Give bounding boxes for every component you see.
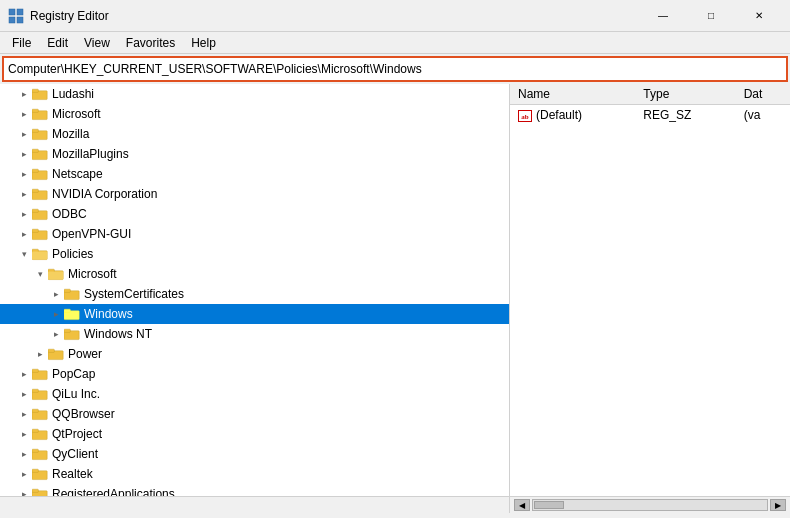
tree-item-label: QtProject	[52, 427, 102, 441]
tree-item-windows[interactable]: ▸ Windows	[0, 304, 509, 324]
h-scrollbar[interactable]	[532, 499, 768, 511]
tree-item-policies[interactable]: ▾ Policies	[0, 244, 509, 264]
tree-item-policies-microsoft[interactable]: ▾ Microsoft	[0, 264, 509, 284]
window-controls: — □ ✕	[640, 1, 782, 31]
tree-item-label: Policies	[52, 247, 93, 261]
expand-btn[interactable]: ▸	[16, 186, 32, 202]
h-scrollbar-thumb[interactable]	[534, 501, 564, 509]
expand-btn[interactable]: ▸	[32, 346, 48, 362]
expand-btn[interactable]: ▾	[32, 266, 48, 282]
svg-rect-45	[32, 469, 38, 472]
tree-item-mozilla[interactable]: ▸ Mozilla	[0, 124, 509, 144]
value-table: Name Type Dat ab(Default) REG_SZ (va	[510, 84, 790, 125]
svg-rect-3	[17, 17, 23, 23]
svg-rect-2	[9, 17, 15, 23]
expand-btn[interactable]: ▸	[16, 486, 32, 496]
menu-favorites[interactable]: Favorites	[118, 34, 183, 52]
expand-btn[interactable]: ▸	[16, 226, 32, 242]
menu-edit[interactable]: Edit	[39, 34, 76, 52]
tree-item-odbc[interactable]: ▸ ODBC	[0, 204, 509, 224]
value-name: ab(Default)	[510, 105, 635, 126]
expand-btn[interactable]: ▸	[48, 286, 64, 302]
value-type: REG_SZ	[635, 105, 735, 126]
expand-btn[interactable]: ▸	[16, 106, 32, 122]
table-row[interactable]: ab(Default) REG_SZ (va	[510, 105, 790, 126]
expand-btn[interactable]: ▸	[16, 466, 32, 482]
expand-btn[interactable]: ▸	[16, 126, 32, 142]
address-input[interactable]	[8, 62, 782, 76]
svg-rect-47	[32, 489, 38, 492]
value-data: (va	[736, 105, 790, 126]
tree-item-qyclient[interactable]: ▸ QyClient	[0, 444, 509, 464]
tree-item-ludashi[interactable]: ▸ Ludashi	[0, 84, 509, 104]
tree-item-label: Ludashi	[52, 87, 94, 101]
tree-item-qqbrowser[interactable]: ▸ QQBrowser	[0, 404, 509, 424]
expand-btn[interactable]: ▸	[16, 426, 32, 442]
svg-rect-5	[32, 89, 38, 92]
menu-view[interactable]: View	[76, 34, 118, 52]
tree-item-label: OpenVPN-GUI	[52, 227, 131, 241]
close-button[interactable]: ✕	[736, 1, 782, 31]
col-type: Type	[635, 84, 735, 105]
tree-item-label: QQBrowser	[52, 407, 115, 421]
expand-btn[interactable]: ▸	[16, 446, 32, 462]
tree-item-qilu[interactable]: ▸ QiLu Inc.	[0, 384, 509, 404]
minimize-button[interactable]: —	[640, 1, 686, 31]
tree-item-label: MozillaPlugins	[52, 147, 129, 161]
svg-rect-19	[32, 229, 38, 232]
tree-item-realtek[interactable]: ▸ Realtek	[0, 464, 509, 484]
svg-rect-0	[9, 9, 15, 15]
menu-bar: File Edit View Favorites Help	[0, 32, 790, 54]
expand-btn[interactable]: ▸	[16, 86, 32, 102]
expand-btn[interactable]: ▸	[16, 166, 32, 182]
reg-type-icon: ab	[518, 110, 532, 122]
tree-item-mozillaplugins[interactable]: ▸ MozillaPlugins	[0, 144, 509, 164]
tree-panel[interactable]: ▸ Ludashi▸ Microsoft▸ Mozilla▸ MozillaPl…	[0, 84, 510, 496]
expand-btn[interactable]: ▸	[16, 386, 32, 402]
tree-item-netscape[interactable]: ▸ Netscape	[0, 164, 509, 184]
app-icon	[8, 8, 24, 24]
value-panel[interactable]: Name Type Dat ab(Default) REG_SZ (va	[510, 84, 790, 496]
menu-help[interactable]: Help	[183, 34, 224, 52]
tree-item-power[interactable]: ▸ Power	[0, 344, 509, 364]
tree-item-label: Windows NT	[84, 327, 152, 341]
maximize-button[interactable]: □	[688, 1, 734, 31]
expand-btn[interactable]: ▸	[16, 206, 32, 222]
tree-item-label: Mozilla	[52, 127, 89, 141]
svg-rect-17	[32, 209, 38, 212]
tree-item-windows-nt[interactable]: ▸ Windows NT	[0, 324, 509, 344]
svg-rect-35	[32, 369, 38, 372]
tree-item-label: Power	[68, 347, 102, 361]
tree-item-openvpn[interactable]: ▸ OpenVPN-GUI	[0, 224, 509, 244]
col-name: Name	[510, 84, 635, 105]
tree-item-qtproject[interactable]: ▸ QtProject	[0, 424, 509, 444]
svg-rect-9	[32, 129, 38, 132]
expand-btn[interactable]: ▸	[48, 326, 64, 342]
tree-item-system-certs[interactable]: ▸ SystemCertificates	[0, 284, 509, 304]
tree-item-registeredapps[interactable]: ▸ RegisteredApplications	[0, 484, 509, 496]
svg-rect-33	[48, 349, 54, 352]
svg-rect-13	[32, 169, 38, 172]
tree-item-label: Windows	[84, 307, 133, 321]
tree-item-popcap[interactable]: ▸ PopCap	[0, 364, 509, 384]
expand-btn[interactable]: ▸	[16, 366, 32, 382]
tree-item-label: QyClient	[52, 447, 98, 461]
tree-item-nvidia[interactable]: ▸ NVIDIA Corporation	[0, 184, 509, 204]
scroll-left-btn[interactable]: ◀	[514, 499, 530, 511]
svg-rect-22	[32, 252, 47, 260]
expand-btn[interactable]: ▾	[16, 246, 32, 262]
tree-item-microsoft[interactable]: ▸ Microsoft	[0, 104, 509, 124]
tree-item-label: RegisteredApplications	[52, 487, 175, 496]
svg-rect-1	[17, 9, 23, 15]
scroll-right-btn[interactable]: ▶	[770, 499, 786, 511]
menu-file[interactable]: File	[4, 34, 39, 52]
tree-item-label: Netscape	[52, 167, 103, 181]
expand-btn[interactable]: ▸	[16, 406, 32, 422]
main-content: ▸ Ludashi▸ Microsoft▸ Mozilla▸ MozillaPl…	[0, 84, 790, 496]
svg-rect-31	[64, 329, 70, 332]
svg-rect-41	[32, 429, 38, 432]
expand-btn[interactable]: ▸	[48, 306, 64, 322]
expand-btn[interactable]: ▸	[16, 146, 32, 162]
value-scrollbar-bottom[interactable]: ◀ ▶	[510, 497, 790, 513]
svg-rect-39	[32, 409, 38, 412]
